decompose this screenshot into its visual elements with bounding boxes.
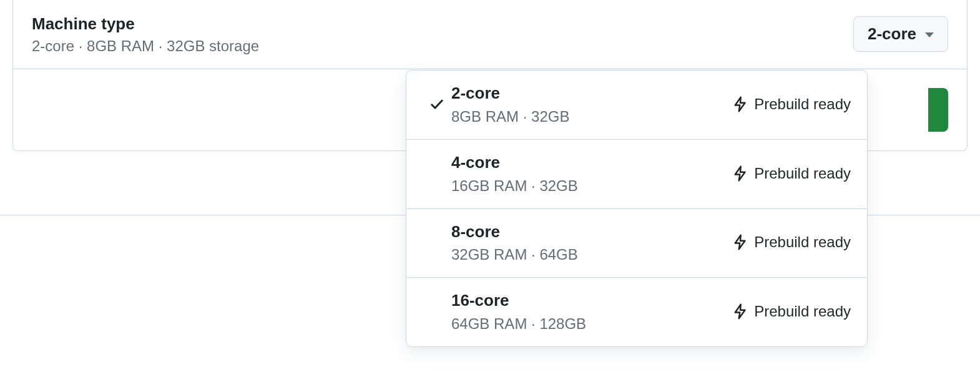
prebuild-badge: Prebuild ready bbox=[733, 165, 851, 182]
chevron-down-icon bbox=[925, 32, 934, 37]
svg-marker-2 bbox=[735, 235, 745, 250]
machine-option-4-core[interactable]: 4-core 16GB RAM · 32GB Prebuild ready bbox=[406, 139, 867, 208]
check-icon bbox=[429, 97, 444, 112]
prebuild-badge: Prebuild ready bbox=[733, 96, 851, 113]
option-subtitle: 32GB RAM · 64GB bbox=[451, 246, 733, 263]
svg-marker-3 bbox=[735, 305, 745, 319]
prebuild-badge: Prebuild ready bbox=[733, 303, 851, 320]
zap-icon bbox=[733, 303, 748, 320]
option-subtitle: 64GB RAM · 128GB bbox=[451, 315, 733, 333]
machine-option-8-core[interactable]: 8-core 32GB RAM · 64GB Prebuild ready bbox=[406, 208, 867, 278]
option-title: 8-core bbox=[451, 222, 733, 243]
zap-icon bbox=[733, 234, 748, 250]
machine-type-select-button[interactable]: 2-core bbox=[853, 16, 948, 52]
prebuild-label: Prebuild ready bbox=[754, 233, 851, 251]
machine-option-16-core[interactable]: 16-core 64GB RAM · 128GB Prebuild ready bbox=[406, 277, 867, 346]
prebuild-label: Prebuild ready bbox=[754, 303, 851, 320]
svg-marker-0 bbox=[735, 97, 745, 112]
option-title: 2-core bbox=[451, 83, 733, 104]
machine-type-row: Machine type 2-core · 8GB RAM · 32GB sto… bbox=[13, 0, 967, 69]
machine-type-header: Machine type 2-core · 8GB RAM · 32GB sto… bbox=[32, 14, 259, 55]
option-title: 4-core bbox=[451, 152, 733, 174]
machine-type-selected-label: 2-core bbox=[868, 24, 916, 44]
option-subtitle: 16GB RAM · 32GB bbox=[451, 177, 733, 195]
machine-type-subtitle: 2-core · 8GB RAM · 32GB storage bbox=[32, 37, 259, 55]
prebuild-badge: Prebuild ready bbox=[733, 233, 851, 251]
zap-icon bbox=[733, 96, 748, 112]
create-button[interactable] bbox=[928, 88, 948, 132]
selected-check bbox=[423, 97, 451, 112]
prebuild-label: Prebuild ready bbox=[754, 96, 851, 113]
machine-option-2-core[interactable]: 2-core 8GB RAM · 32GB Prebuild ready bbox=[406, 71, 867, 139]
option-title: 16-core bbox=[451, 290, 733, 311]
zap-icon bbox=[733, 165, 748, 182]
machine-type-dropdown: 2-core 8GB RAM · 32GB Prebuild ready 4-c… bbox=[406, 70, 868, 347]
option-subtitle: 8GB RAM · 32GB bbox=[451, 108, 733, 125]
svg-marker-1 bbox=[735, 166, 745, 180]
prebuild-label: Prebuild ready bbox=[754, 165, 851, 182]
machine-type-title: Machine type bbox=[32, 14, 259, 35]
